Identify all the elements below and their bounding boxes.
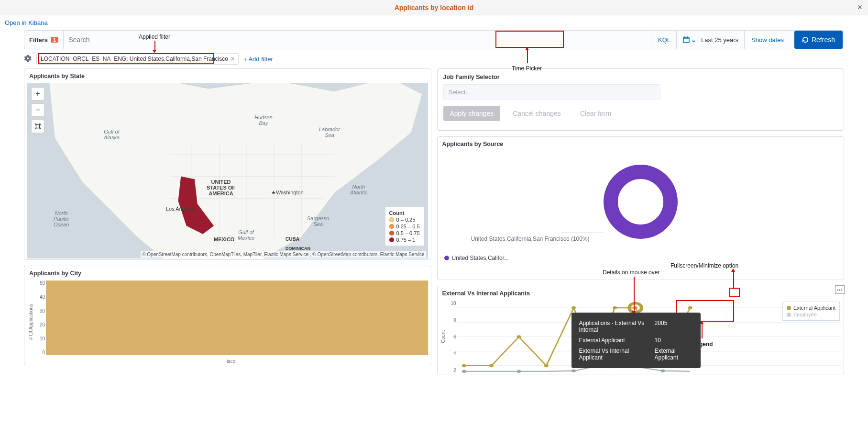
map-label-gulf: Gulf ofMexico [238, 229, 254, 241]
svg-rect-0 [683, 37, 689, 43]
svg-point-12 [571, 306, 576, 309]
refresh-icon [802, 36, 809, 43]
remove-filter-icon[interactable]: × [231, 56, 234, 62]
clear-form-button[interactable]: Clear form [573, 106, 618, 121]
map-label-usa: UNITEDSTATES OFAMERICA [207, 179, 235, 196]
filter-settings-icon[interactable] [24, 55, 32, 64]
legend-item-label: United States,Califor... [452, 255, 509, 261]
dialog-title: Applicants by location id [395, 4, 474, 11]
panel-title: Job Family Selector [443, 74, 838, 80]
svg-point-15 [633, 306, 637, 309]
panel-job-family-selector: Job Family Selector Select... Apply chan… [437, 68, 845, 131]
filter-pill-text: LOCATION_ORCL_ES_NA_ENG: United States,C… [41, 56, 228, 62]
panel-external-vs-internal: ▪▪▪ External Vs Internal Applicants Coun… [437, 286, 845, 374]
map-label-alaska: Gulf ofAlaska [104, 129, 120, 140]
map-label-npac: NorthPacificOcean [54, 210, 69, 227]
show-dates-link[interactable]: Show dates [744, 31, 791, 49]
panel-title: Applicants by State [24, 69, 431, 83]
line-legend[interactable]: External Applicant Employee [782, 302, 840, 321]
svg-point-8 [462, 364, 466, 367]
svg-point-17 [688, 306, 692, 309]
svg-point-22 [660, 369, 665, 372]
zoom-in-button[interactable]: + [31, 87, 44, 101]
svg-point-10 [516, 335, 521, 338]
query-bar: Filters 1 KQL ⌄ Last 25 years Show dates… [24, 30, 844, 49]
panel-title: Applicants by Source [438, 137, 844, 151]
svg-point-9 [489, 364, 494, 367]
filters-label: Filters [29, 36, 48, 44]
panel-applicants-by-state: Applicants by State + − [24, 68, 431, 260]
filters-count-badge: 1 [51, 37, 58, 43]
add-filter-link[interactable]: + Add filter [243, 56, 273, 63]
svg-point-20 [571, 369, 576, 372]
svg-point-19 [516, 370, 521, 373]
map-label-hudson: HudsonBay [254, 114, 273, 126]
zoom-out-button[interactable]: − [31, 103, 44, 117]
map-label-washington: ★Washington [271, 190, 304, 196]
map-label-mexico: MEXICO [214, 236, 234, 242]
kql-toggle[interactable]: KQL [652, 31, 676, 49]
map-label-natl: NorthAtlantic [350, 184, 367, 195]
y-axis-title: Count [440, 330, 446, 343]
refresh-button[interactable]: Refresh [794, 31, 843, 49]
panel-title: External Vs Internal Applicants [438, 286, 844, 301]
bar[interactable] [46, 281, 428, 355]
time-range-text: Last 25 years [701, 36, 738, 44]
map-label-dominican: DOMINICAN [286, 246, 310, 251]
apply-changes-button[interactable]: Apply changes [443, 106, 501, 121]
map-label-labrador: LabradorSea [319, 126, 340, 138]
x-label: isco [227, 359, 235, 364]
time-picker[interactable]: ⌄ Last 25 years [676, 31, 744, 49]
map-canvas[interactable]: + − UNITEDSTATES OFAMERICA MEXICO CUBA D… [27, 83, 428, 258]
panel-title: Applicants by City [24, 266, 431, 281]
job-family-select[interactable]: Select... [443, 84, 660, 100]
map-label-sargasso: SargassoSea [307, 215, 329, 227]
chevron-down-icon: ⌄ [691, 36, 696, 44]
calendar-icon: ⌄ [682, 36, 696, 44]
bar-chart[interactable]: 50 40 30 20 10 0 isco [34, 281, 428, 364]
map-label-la: Los Angeles [166, 206, 195, 212]
panel-applicants-by-source: Applicants by Source United States,Calif… [437, 136, 845, 280]
svg-point-18 [462, 370, 466, 373]
svg-point-14 [613, 306, 617, 309]
map-attribution: © OpenStreetMap contributors, OpenMapTil… [141, 251, 426, 258]
open-in-kibana-link[interactable]: Open in Kibana [5, 19, 48, 26]
panel-applicants-by-city: Applicants by City # Of Applications 50 … [24, 266, 431, 365]
donut-slice-label: United States,California,San Francisco (… [471, 236, 590, 242]
map-legend: Count 0 – 0.25 0.25 – 0.5 0.5 – 0.75 0.7… [385, 207, 424, 246]
donut-chart[interactable] [604, 165, 678, 239]
close-icon[interactable]: × [857, 2, 862, 12]
applied-filter-pill[interactable]: LOCATION_ORCL_ES_NA_ENG: United States,C… [36, 53, 239, 65]
panel-options-icon[interactable]: ▪▪▪ [835, 285, 845, 294]
legend-swatch [444, 256, 449, 260]
y-axis-title: # Of Applications [27, 304, 34, 340]
svg-point-11 [544, 364, 548, 367]
source-legend[interactable]: United States,Califor... [438, 252, 844, 266]
search-input[interactable] [64, 31, 652, 49]
map-label-cuba: CUBA [286, 236, 299, 242]
fit-bounds-button[interactable] [31, 120, 44, 133]
chart-tooltip: Applications - External Vs Internal2005 … [571, 313, 701, 368]
cancel-changes-button[interactable]: Cancel changes [506, 106, 567, 121]
svg-rect-2 [36, 125, 40, 128]
filters-toggle[interactable]: Filters 1 [24, 31, 64, 49]
